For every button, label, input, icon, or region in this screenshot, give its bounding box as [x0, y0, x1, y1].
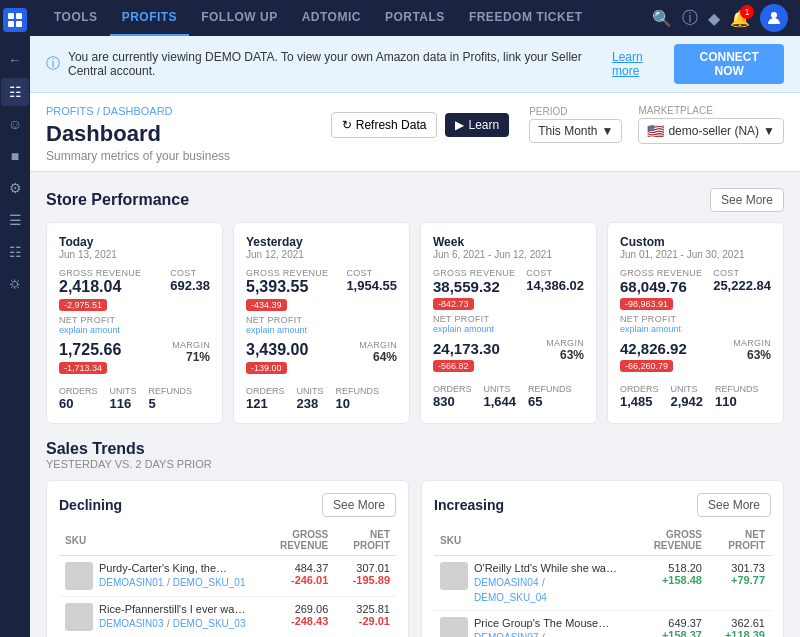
store-performance-see-more[interactable]: See More: [710, 188, 784, 212]
gross-value: 518.20: [632, 562, 702, 574]
profit-change: -195.89: [340, 574, 390, 586]
perf-card-week: Week Jun 6, 2021 - Jun 12, 2021 GROSS RE…: [420, 222, 597, 424]
page-header: PROFITS / DASHBOARD Dashboard Summary me…: [30, 93, 800, 172]
refresh-icon: ↻: [342, 118, 352, 132]
net-profit-today: 1,725.66: [59, 341, 121, 359]
page-subtitle: Summary metrics of your business: [46, 149, 230, 163]
net-badge-today: -1,713.34: [59, 362, 107, 374]
col-sku-declining: SKU: [59, 525, 252, 556]
sidebar-icon-layers[interactable]: ☰: [1, 206, 29, 234]
search-icon[interactable]: 🔍: [652, 9, 672, 28]
breadcrumb-profits[interactable]: PROFITS: [46, 105, 94, 117]
product-name: Purdy-Carter's King, the Queen, who w...: [99, 562, 246, 574]
page-content: ⓘ You are currently viewing DEMO DATA. T…: [30, 36, 800, 637]
net-profit-label-today: NET PROFIT: [59, 315, 210, 325]
trends-subtitle: YESTERDAY VS. 2 DAYS PRIOR: [46, 458, 784, 470]
chevron-down-icon: ▼: [602, 124, 614, 138]
perf-card-custom: Custom Jun 01, 2021 - Jun 30, 2021 GROSS…: [607, 222, 784, 424]
nav-adtomic[interactable]: ADTOMIC: [290, 0, 373, 36]
header-actions: ↻ Refresh Data ▶ Learn PERIOD This Month…: [331, 105, 784, 144]
badge-today: -2,975.51: [59, 299, 107, 311]
app-logo[interactable]: [3, 8, 27, 32]
increasing-header: Increasing See More: [434, 493, 771, 517]
period-label: PERIOD: [529, 106, 567, 117]
chevron-down-icon2: ▼: [763, 124, 775, 138]
sidebar-icon-file[interactable]: ☷: [1, 238, 29, 266]
notification-badge: 1: [740, 5, 754, 19]
page-title: Dashboard: [46, 121, 230, 147]
sidebar-icon-users[interactable]: ☺: [1, 110, 29, 138]
gross-change: +158.48: [632, 574, 702, 586]
cost-label-today: COST: [170, 268, 210, 278]
product-sku1[interactable]: DEMOASIN01: [99, 577, 163, 588]
card-period-today: Today: [59, 235, 210, 249]
period-section: PERIOD This Month ▼: [529, 106, 622, 143]
declining-card: Declining See More SKU Gross Revenue Net…: [46, 480, 409, 637]
sidebar-icon-back[interactable]: ←: [1, 46, 29, 74]
product-sku2[interactable]: DEMO_SKU_04: [474, 592, 547, 603]
sidebar-icon-filter[interactable]: ⚙: [1, 174, 29, 202]
user-avatar[interactable]: [760, 4, 788, 32]
col-sku-increasing: SKU: [434, 525, 626, 556]
svg-point-4: [771, 12, 777, 18]
profit-value: 325.81: [340, 603, 390, 615]
sales-trends-title: Sales Trends: [46, 440, 784, 458]
svg-rect-3: [16, 21, 22, 27]
learn-more-link[interactable]: Learn more: [612, 50, 666, 78]
facebook-icon[interactable]: ◆: [708, 9, 720, 28]
nav-portals[interactable]: PORTALS: [373, 0, 457, 36]
marketplace-select[interactable]: 🇺🇸 demo-seller (NA) ▼: [638, 118, 784, 144]
product-sku1[interactable]: DEMOASIN03: [99, 618, 163, 629]
refresh-data-button[interactable]: ↻ Refresh Data: [331, 112, 438, 138]
sidebar-icon-chart[interactable]: ☷: [1, 78, 29, 106]
connect-now-button[interactable]: CONNECT NOW: [674, 44, 784, 84]
explain-link-today[interactable]: explain amount: [59, 325, 121, 335]
profit-value: 301.73: [714, 562, 765, 574]
help-icon[interactable]: ⓘ: [682, 8, 698, 29]
product-image: [65, 562, 93, 590]
list-item: O'Reilly Ltd's While she was now more ..…: [434, 556, 771, 611]
increasing-see-more[interactable]: See More: [697, 493, 771, 517]
product-sku1[interactable]: DEMOASIN04: [474, 577, 538, 588]
gross-revenue-label-today: GROSS REVENUE: [59, 268, 141, 278]
cost-today: 692.38: [170, 278, 210, 293]
profit-value: 307.01: [340, 562, 390, 574]
profit-value: 362.61: [714, 617, 765, 629]
sales-trends-section: Sales Trends YESTERDAY VS. 2 DAYS PRIOR …: [46, 440, 784, 637]
perf-card-today: Today Jun 13, 2021 GROSS REVENUE 2,418.0…: [46, 222, 223, 424]
product-sku2[interactable]: DEMO_SKU_03: [173, 618, 246, 629]
increasing-table: SKU Gross Revenue Net Profit O'Reilly Lt…: [434, 525, 771, 637]
store-performance-title: Store Performance: [46, 191, 189, 209]
list-item: Rice-Pfannerstill's I ever was at in all…: [59, 597, 396, 638]
product-sku1[interactable]: DEMOASIN07: [474, 632, 538, 637]
notification-icon[interactable]: 🔔 1: [730, 9, 750, 28]
product-sku2[interactable]: DEMO_SKU_01: [173, 577, 246, 588]
nav-profits[interactable]: PROFITS: [110, 0, 190, 36]
col-profit-declining: Net Profit: [334, 525, 396, 556]
declining-title: Declining: [59, 497, 122, 513]
performance-cards: Today Jun 13, 2021 GROSS REVENUE 2,418.0…: [46, 222, 784, 424]
declining-see-more[interactable]: See More: [322, 493, 396, 517]
nav-freedom-ticket[interactable]: FREEDOM TICKET: [457, 0, 595, 36]
period-select[interactable]: This Month ▼: [529, 119, 622, 143]
sidebar-icon-grid[interactable]: ■: [1, 142, 29, 170]
declining-header: Declining See More: [59, 493, 396, 517]
card-date-yesterday: Jun 12, 2021: [246, 249, 397, 260]
list-item: Price Group's The Mouse gave a sudde... …: [434, 611, 771, 638]
marketplace-label: MARKETPLACE: [638, 105, 712, 116]
learn-button[interactable]: ▶ Learn: [445, 113, 509, 137]
trends-grid: Declining See More SKU Gross Revenue Net…: [46, 480, 784, 637]
nav-followup[interactable]: FOLLOW UP: [189, 0, 290, 36]
nav-tools[interactable]: TOOLS: [42, 0, 110, 36]
profit-change: +79.77: [714, 574, 765, 586]
flag-icon: 🇺🇸: [647, 123, 664, 139]
gross-value: 484.37: [258, 562, 328, 574]
profit-change: -29.01: [340, 615, 390, 627]
product-name: O'Reilly Ltd's While she was now more ..…: [474, 562, 620, 574]
store-performance-header: Store Performance See More: [46, 188, 784, 212]
sidebar-icon-settings[interactable]: ⛭: [1, 270, 29, 298]
card-period-yesterday: Yesterday: [246, 235, 397, 249]
col-profit-increasing: Net Profit: [708, 525, 771, 556]
learn-label: Learn: [468, 118, 499, 132]
content-body: Store Performance See More Today Jun 13,…: [30, 172, 800, 637]
